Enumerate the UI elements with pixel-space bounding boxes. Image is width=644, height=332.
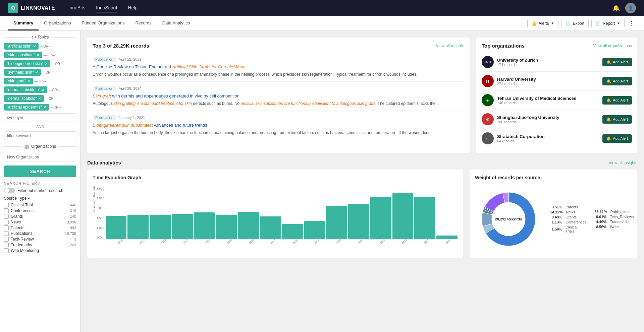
record-title-hl-1a: Skin graft [93,93,111,98]
add-alert-btn-0[interactable]: 🔔 Add Alert [602,58,632,66]
add-alert-btn-3[interactable]: 🔔 Add Alert [602,115,632,124]
filter-tech-review-label: Tech-Review [11,237,34,242]
filter-conferences-checkbox[interactable] [4,208,9,213]
filter-market-row: Filter out market research [4,188,76,193]
bar-chart [106,186,458,239]
notification-bell-icon[interactable]: 🔔 [612,4,620,12]
topic-remove-2[interactable]: ✕ [45,62,48,66]
topic-remove-4[interactable]: ✕ [27,79,30,83]
filter-trademarks-checkbox[interactable] [4,243,9,247]
nav-innobits[interactable]: InnoBits [68,4,86,12]
legend-conferences-label: Conferences [566,220,586,224]
filter-patents-checkbox[interactable] [4,225,9,230]
record-title-after-2: : Advances and future trends [152,123,207,128]
alerts-button[interactable]: 🔔 Alerts ▼ [527,19,559,28]
export-button[interactable]: 📄 Export [561,19,589,28]
topic-tag-label-1: "skin substitute" [7,53,35,57]
filter-market-toggle[interactable] [4,188,15,193]
legend-patents-label: Patents [566,205,578,209]
record-excerpt-0: Chronic wounds occur as a consequence of… [93,72,464,77]
keyword-input[interactable] [4,131,76,140]
org-info-0: University of Zürich 174 records [497,58,599,67]
top-row: Top 3 of 28.29K records View all records… [87,38,637,153]
filter-trademarks-count: 1,269 [67,243,76,247]
new-organization-input[interactable] [4,153,76,161]
add-alert-btn-1[interactable]: 🔔 Add Alert [602,77,632,85]
and-label: AND [4,125,76,129]
tab-funded-organizations[interactable]: Funded Organizations [76,16,130,30]
topic-tag-3[interactable]: "synthetic skin" ✕ [4,69,41,76]
alerts-label: Alerts [539,21,549,26]
app-logo[interactable]: ⚙ LINKNOVATE [8,3,55,13]
topic-tag-6[interactable]: "dermal scaffold" ✕ [4,95,44,102]
record-meta-2: Publication January 1, 2021 [93,115,464,120]
export-icon: 📄 [566,21,571,26]
filter-news-checkbox[interactable] [4,220,9,224]
add-alert-label-0: Add Alert [613,60,628,64]
record-excerpt-2: As the largest organ in the human body, … [93,130,464,136]
topic-remove-3[interactable]: ✕ [35,70,38,75]
topic-remove-7[interactable]: ✕ [43,105,46,110]
nav-innoscout[interactable]: InnoScout [96,4,117,12]
analytics-title: Data analytics [87,160,121,165]
source-type-chevron-icon: ▾ [28,196,30,201]
or-label-6: —OR— [45,97,57,101]
topic-remove-0[interactable]: ✕ [33,44,36,49]
record-title-2[interactable]: Bioengineered skin substitutes: Advances… [93,122,464,128]
add-alert-btn-4[interactable]: 🔔 Add Alert [602,134,632,143]
record-excerpt-1: Autologous skin grafting is a standard t… [93,101,464,107]
topic-remove-1[interactable]: ✕ [37,53,40,57]
search-button[interactable]: SEARCH [4,165,76,177]
filter-web-monitoring: Web Monitoring [4,248,76,253]
tab-organizations[interactable]: Organizations [39,16,76,30]
topic-tag-4[interactable]: "skin graft" ✕ [4,78,33,84]
source-type-header[interactable]: Source Type ▾ [4,196,76,201]
record-title-0[interactable]: A Concise Review on Tissue Engineered Ar… [93,64,464,70]
view-all-insights-link[interactable]: View all insights [609,160,637,165]
record-badge-1: Publication [93,86,116,91]
tab-records[interactable]: Records [130,16,157,30]
filter-patents: Patents 993 [4,225,76,230]
filter-news-count: 3,996 [67,220,76,224]
tab-data-analytics[interactable]: Data Analytics [157,16,195,30]
view-all-orgs-link[interactable]: View all organizations [593,44,632,48]
filter-tech-review-checkbox[interactable] [4,237,9,242]
add-alert-btn-2[interactable]: 🔔 Add Alert [602,96,632,105]
nav-help[interactable]: Help [128,4,138,12]
topic-tag-0[interactable]: "artificial skin" ✕ [4,43,39,50]
organizations-label: Organizations [31,144,56,149]
org-count-2: 146 records [497,101,599,105]
topic-remove-6[interactable]: ✕ [38,96,41,101]
view-all-records-link[interactable]: View all records [436,44,464,48]
record-title-1[interactable]: Skin graft with dermis and appendages ge… [93,93,464,99]
topic-tag-5[interactable]: "dermal substitute" ✕ [4,86,47,93]
add-alert-icon-0: 🔔 [606,60,611,64]
add-alert-label-1: Add Alert [613,79,628,83]
legend-publications-label: Publications [610,210,630,214]
tab-summary[interactable]: Summary [8,16,39,30]
topic-tag-7[interactable]: "artificial epidermis" ✕ [4,104,49,111]
filter-clinical-trial-checkbox[interactable] [4,203,9,207]
org-item-1: H Harvard University 272 records 🔔 Add A… [482,72,632,91]
records-panel-header: Top 3 of 28.29K records View all records [93,43,464,49]
filter-grants-checkbox[interactable] [4,214,9,219]
synonym-input[interactable] [4,113,76,122]
org-name-0: University of Zürich [497,58,599,63]
topic-tag-2[interactable]: "bioengineered skin" ✕ [4,60,50,67]
more-options-button[interactable]: ⋮ [627,20,636,27]
report-button[interactable]: 📄 Report ▼ [591,19,625,28]
filter-publications-checkbox[interactable] [4,231,9,236]
top-nav-right: 🔔 👤 [612,3,636,13]
record-meta-0: Publication April 12, 2021 [93,57,464,62]
user-avatar[interactable]: 👤 [625,3,636,13]
org-logo-0: UZH [482,56,494,68]
topic-tag-label-0: "artificial skin" [7,44,32,49]
legend-trademarks-label: Trademarks [610,220,629,224]
org-name-4: Stratatech Corporation [497,134,599,139]
topic-tag-1[interactable]: "skin substitute" ✕ [4,52,42,58]
topics-list: "artificial skin" ✕ —OR— "skin substitut… [4,42,76,111]
filter-web-monitoring-checkbox[interactable] [4,248,9,253]
main-content: Top 3 of 28.29K records View all records… [80,31,644,332]
topic-remove-5[interactable]: ✕ [42,88,45,92]
or-label-2: —OR— [52,62,63,66]
